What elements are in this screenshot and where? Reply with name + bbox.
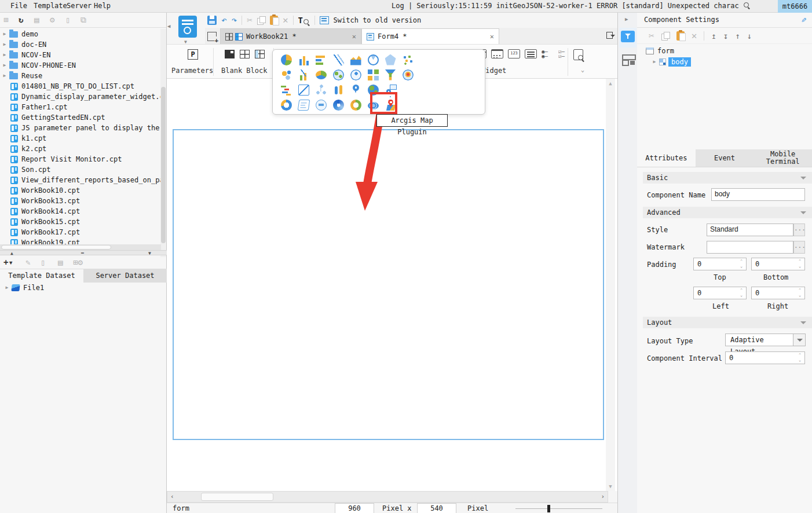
expand-panel-icon[interactable]: ▶	[625, 16, 628, 22]
move-bottom-icon[interactable]: ↧	[723, 31, 728, 41]
search-icon[interactable]	[744, 2, 750, 9]
report-block-icon[interactable]	[225, 50, 235, 58]
refresh-icon[interactable]: ↻	[19, 15, 23, 24]
log-label[interactable]: Log	[392, 2, 404, 10]
padding-bottom-input[interactable]: 0⌃⌄	[751, 258, 805, 270]
tab-template-dataset[interactable]: Template Dataset	[0, 269, 83, 283]
scatter-chart-icon[interactable]	[399, 52, 416, 67]
line-chart-icon[interactable]	[330, 52, 347, 67]
delete-icon[interactable]: ✕	[692, 31, 697, 41]
collapse-chevron-icon[interactable]	[800, 321, 806, 327]
canvas-height-input[interactable]: 540	[417, 503, 456, 513]
scroll-up-icon[interactable]: ▲	[606, 80, 615, 86]
collapse-chevron-icon[interactable]	[800, 177, 806, 182]
tree-vscrollbar[interactable]	[160, 29, 166, 257]
style-more-button[interactable]: ...	[793, 223, 805, 236]
menu-file[interactable]: File	[10, 2, 27, 10]
tab-mobile-terminal[interactable]: Mobile Terminal	[754, 149, 812, 167]
scroll-right-icon[interactable]: ›	[601, 493, 605, 500]
tab-list-icon[interactable]	[606, 31, 615, 39]
close-tab-icon[interactable]: ✕	[352, 32, 356, 41]
paste-icon[interactable]	[676, 31, 685, 41]
tree-item-father1-cpt[interactable]: Father1.cpt	[0, 102, 161, 112]
pie-chart-icon[interactable]	[277, 52, 295, 67]
number-widget-icon[interactable]: 123	[508, 49, 520, 58]
tree-node-body[interactable]: ▶ body	[637, 56, 812, 67]
tree-item-view-different-reports-based-o[interactable]: View_different_reports_based_on_paramete	[0, 175, 161, 185]
component-name-input[interactable]: body	[711, 188, 805, 201]
spinner-icons[interactable]: ⌃⌄	[797, 353, 803, 363]
boxplot-chart-icon[interactable]	[330, 82, 347, 97]
preview-search-icon[interactable]	[573, 49, 583, 60]
radar-chart-icon[interactable]	[382, 52, 399, 67]
tree-item-k2-cpt[interactable]: k2.cpt	[0, 144, 161, 154]
expand-arrow-icon[interactable]: ▶	[0, 71, 9, 81]
canvas-width-input[interactable]: 960	[335, 503, 374, 513]
expand-arrow-icon[interactable]: ▶	[0, 50, 9, 60]
canvas-hscrollbar[interactable]: ‹ ›	[167, 491, 608, 503]
save-icon[interactable]	[207, 16, 217, 25]
move-up-icon[interactable]: ↑	[735, 31, 740, 41]
section-advanced[interactable]: Advanced	[643, 207, 812, 218]
style-input[interactable]: Standard	[707, 223, 793, 236]
bar-chart-icon[interactable]	[312, 52, 330, 67]
tree-item-workbook17-cpt[interactable]: WorkBook17.cpt	[0, 227, 161, 237]
scroll-left-icon[interactable]: ‹	[170, 493, 174, 500]
area-chart-icon[interactable]	[347, 52, 364, 67]
tree-item-workbook14-cpt[interactable]: WorkBook14.cpt	[0, 206, 161, 217]
tree-item-demo[interactable]: ▶demo	[0, 29, 161, 39]
split-block-icon[interactable]	[240, 50, 250, 58]
paste-icon[interactable]	[270, 16, 278, 25]
find-replace-icon[interactable]: T	[298, 16, 310, 25]
tree-item-report-visit-monitor-cpt[interactable]: Report Visit Monitor.cpt	[0, 154, 161, 164]
new-tab-icon[interactable]	[207, 32, 217, 41]
collapse-sidebar-icon[interactable]: ◀	[167, 23, 170, 29]
canvas-vscrollbar[interactable]: ▲ ▼	[606, 79, 615, 491]
spiral-chart-icon[interactable]	[330, 97, 347, 112]
tab-attributes[interactable]: Attributes	[637, 149, 696, 167]
collapse-chevron-icon[interactable]	[800, 211, 806, 217]
cut-icon[interactable]: ✂	[649, 31, 654, 41]
gauge-chart-icon[interactable]	[364, 52, 382, 67]
scroll-down-icon[interactable]: ▼	[606, 483, 615, 489]
gantt-chart-icon[interactable]	[277, 82, 295, 97]
delete-dataset-icon[interactable]: ▯	[41, 258, 45, 267]
combo-line-chart-icon[interactable]	[295, 67, 312, 82]
tab-workbook21[interactable]: WorkBook21 * ✕	[220, 28, 361, 44]
grid-block-icon[interactable]	[255, 50, 265, 58]
menu-help[interactable]: Help	[94, 2, 111, 10]
wordbadge-chart-icon[interactable]	[312, 97, 330, 112]
dataset-item-file1[interactable]: ▶ File1	[0, 283, 167, 293]
expand-arrow-icon[interactable]: ▶	[0, 60, 9, 71]
spinner-icons[interactable]: ⌃⌄	[797, 259, 803, 269]
tree-item-son-cpt[interactable]: Son.cpt	[0, 164, 161, 175]
orgtree-chart-icon[interactable]	[312, 82, 330, 97]
spinner-icons[interactable]: ⌃⌄	[738, 259, 744, 269]
column-chart-icon[interactable]	[295, 52, 312, 67]
dataset-config-icon[interactable]: ⊞⚙	[73, 258, 83, 267]
padding-right-input[interactable]: 0⌃⌄	[751, 287, 805, 299]
watermark-input[interactable]	[707, 241, 793, 254]
ring-chart-icon[interactable]	[347, 97, 364, 112]
radio-widget-icon[interactable]: ◉– ◉–	[542, 49, 554, 58]
textarea-widget-icon[interactable]	[525, 49, 537, 58]
padding-left-input[interactable]: 0⌃⌄	[693, 287, 747, 299]
tree-item-js-parameter-panel-to-display-[interactable]: JS parameter panel to display the corres	[0, 123, 161, 133]
move-down-icon[interactable]: ↓	[747, 31, 752, 41]
expand-arrow-icon[interactable]: ▶	[0, 29, 9, 39]
tree-item-ncov-en[interactable]: ▶NCOV-EN	[0, 50, 161, 60]
preview-dataset-icon[interactable]: ▤	[58, 258, 63, 267]
mappin-chart-icon[interactable]	[347, 82, 364, 97]
calendar-widget-icon[interactable]	[491, 49, 503, 58]
tree-item-workbook10-cpt[interactable]: WorkBook10.cpt	[0, 185, 161, 196]
tree-item-ncov-phone-en[interactable]: ▶NCOV-PHONE-EN	[0, 60, 161, 71]
copy-icon[interactable]	[257, 16, 265, 24]
menu-template[interactable]: Template	[34, 2, 67, 10]
gismap-chart-icon[interactable]	[399, 67, 416, 82]
switch-version-label[interactable]: Switch to old version	[334, 16, 422, 24]
zoom-slider-handle[interactable]	[547, 505, 550, 512]
template-directory-icon[interactable]	[178, 16, 197, 38]
zoom-slider-track[interactable]	[515, 508, 602, 509]
tree-hscrollbar[interactable]	[0, 244, 161, 250]
close-tab-icon[interactable]: ✕	[490, 32, 494, 41]
